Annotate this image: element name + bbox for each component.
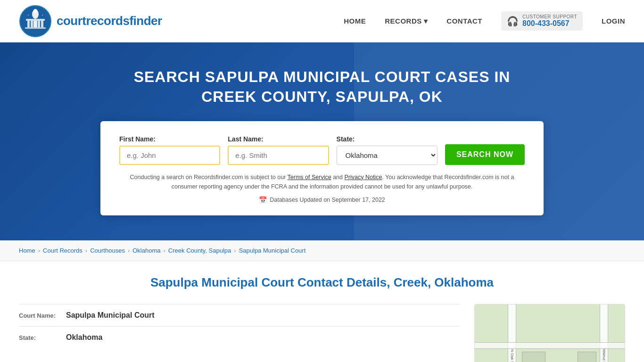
details-map-container: Court Name: Sapulpa Municipal Court Stat… (19, 304, 625, 362)
breadcrumb-current: Sapulpa Municipal Court (239, 247, 306, 254)
privacy-notice-link[interactable]: Privacy Notice (344, 174, 382, 181)
first-name-group: First Name: (119, 135, 220, 165)
support-label: CUSTOMER SUPPORT (522, 14, 577, 19)
svg-rect-6 (38, 21, 40, 27)
svg-rect-7 (41, 21, 43, 27)
sep-5: › (234, 247, 236, 254)
breadcrumb-courthouses[interactable]: Courthouses (90, 247, 125, 254)
support-number: 800-433-0567 (522, 19, 577, 28)
breadcrumb: Home › Court Records › Courthouses › Okl… (0, 240, 644, 261)
details-section: Court Name: Sapulpa Municipal Court Stat… (19, 304, 460, 348)
logo-area: courtrecordsfinder (19, 5, 162, 38)
state-detail-value: Oklahoma (66, 333, 102, 342)
state-group: State: Oklahoma Alabama Alaska Arizona A… (337, 135, 438, 165)
street-walnut-label: Walnut S (602, 349, 606, 362)
logo-text-light: courtrecords (57, 14, 129, 28)
svg-rect-9 (25, 27, 46, 29)
state-row: State: Oklahoma (19, 326, 460, 348)
main-nav: HOME RECORDS ▾ CONTACT 🎧 CUSTOMER SUPPOR… (344, 11, 625, 31)
svg-point-10 (28, 15, 29, 16)
svg-point-11 (42, 15, 43, 16)
headphone-icon: 🎧 (507, 16, 519, 27)
nav-home[interactable]: HOME (344, 17, 366, 25)
breadcrumb-oklahoma[interactable]: Oklahoma (132, 247, 160, 254)
sep-2: › (85, 247, 87, 254)
map-placeholder: 35°59'57.5"N 96°06'28.... View larger ma… (475, 304, 625, 362)
search-button[interactable]: SEARCH NOW (445, 144, 525, 165)
state-label: State: (337, 135, 438, 143)
support-button[interactable]: 🎧 CUSTOMER SUPPORT 800-433-0567 (501, 11, 583, 31)
calendar-icon: 📅 (259, 196, 267, 204)
terms-of-service-link[interactable]: Terms of Service (288, 174, 331, 181)
court-name-label: Court Name: (19, 312, 61, 319)
login-button[interactable]: LOGIN (602, 17, 625, 25)
header: courtrecordsfinder HOME RECORDS ▾ CONTAC… (0, 0, 644, 42)
svg-rect-4 (27, 21, 30, 27)
svg-rect-3 (26, 19, 45, 21)
search-fields: First Name: Last Name: State: Oklahoma A… (119, 135, 525, 165)
sep-3: › (128, 247, 130, 254)
last-name-label: Last Name: (228, 135, 329, 143)
svg-rect-8 (33, 21, 37, 27)
breadcrumb-home[interactable]: Home (19, 247, 35, 254)
map-section: 35°59'57.5"N 96°06'28.... View larger ma… (474, 304, 625, 362)
support-text: CUSTOMER SUPPORT 800-433-0567 (522, 14, 577, 28)
db-updated: 📅 Databases Updated on September 17, 202… (119, 196, 525, 204)
logo-icon (19, 5, 52, 38)
logo-text-bold: finder (129, 14, 162, 28)
last-name-group: Last Name: (228, 135, 329, 165)
hero-title: SEARCH SAPULPA MUNICIPAL COURT CASES IN … (110, 67, 534, 107)
breadcrumb-court-records[interactable]: Court Records (43, 247, 83, 254)
logo-text: courtrecordsfinder (57, 14, 162, 28)
last-name-input[interactable] (228, 146, 329, 165)
chevron-down-icon: ▾ (424, 17, 428, 25)
main-content: Sapulpa Municipal Court Contact Details,… (0, 261, 644, 362)
nav-records[interactable]: RECORDS ▾ (385, 17, 428, 25)
sep-4: › (164, 247, 165, 254)
db-updated-text: Databases Updated on September 17, 2022 (270, 197, 385, 203)
nav-contact[interactable]: CONTACT (446, 17, 482, 25)
disclaimer-text: Conducting a search on Recordsfinder.com… (119, 173, 525, 191)
court-name-value: Sapulpa Municipal Court (66, 311, 155, 320)
section-title: Sapulpa Municipal Court Contact Details,… (19, 275, 625, 290)
svg-rect-5 (31, 21, 33, 27)
state-detail-label: State: (19, 334, 61, 341)
first-name-input[interactable] (119, 146, 220, 165)
hero-section: SEARCH SAPULPA MUNICIPAL COURT CASES IN … (0, 42, 644, 240)
svg-point-2 (33, 9, 37, 13)
street-n-oak-label: N Oak S (510, 349, 514, 362)
first-name-label: First Name: (119, 135, 220, 143)
search-card: First Name: Last Name: State: Oklahoma A… (100, 121, 544, 215)
court-name-row: Court Name: Sapulpa Municipal Court (19, 304, 460, 326)
state-select[interactable]: Oklahoma Alabama Alaska Arizona Arkansas… (337, 146, 438, 165)
sep-1: › (38, 247, 40, 254)
breadcrumb-creek-county[interactable]: Creek County, Sapulpa (168, 247, 231, 254)
